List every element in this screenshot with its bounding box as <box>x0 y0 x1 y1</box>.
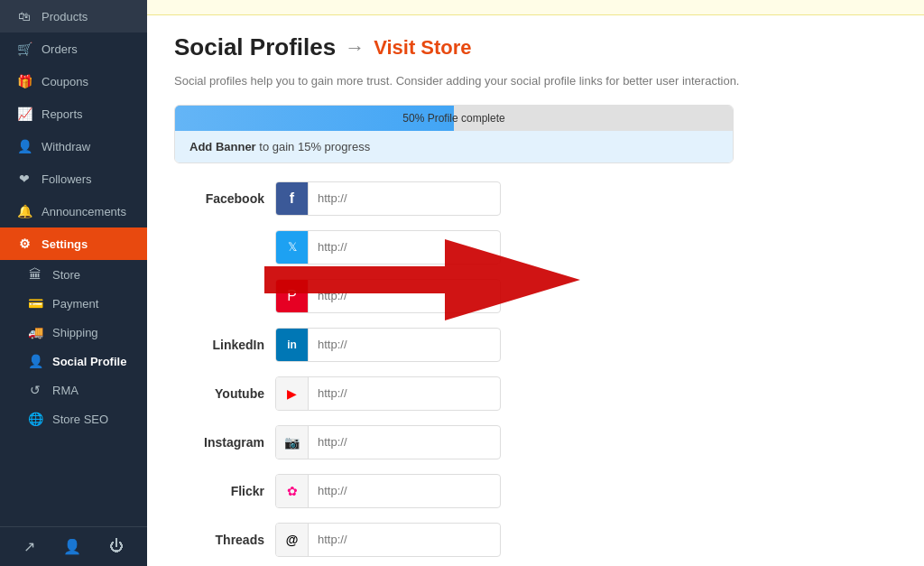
linkedin-icon: in <box>276 329 309 361</box>
top-banner <box>147 0 924 15</box>
sidebar-footer: ↗ 👤 ⏻ <box>0 526 147 566</box>
form-row-youtube: Youtube ▶ <box>174 376 797 411</box>
sidebar-item-orders[interactable]: 🛒 Orders <box>0 32 147 65</box>
form-row-linkedin: LinkedIn in <box>174 328 797 362</box>
orders-icon: 🛒 <box>16 42 32 56</box>
sidebar-sub-item-store[interactable]: 🏛 Store <box>0 260 147 289</box>
header-arrow: → <box>345 36 365 60</box>
flickr-icon: ✿ <box>276 475 309 507</box>
progress-section: 50% Profile complete Add Banner to gain … <box>174 105 734 163</box>
power-icon[interactable]: ⏻ <box>109 538 124 555</box>
sidebar-label-announcements: Announcements <box>42 205 126 218</box>
sidebar-item-settings[interactable]: ⚙ Settings <box>0 227 147 260</box>
sidebar-sub-label-store: Store <box>52 268 80 282</box>
sidebar-sub-label-rma: RMA <box>52 384 79 397</box>
input-wrapper-threads: @ <box>275 523 501 557</box>
pinterest-input[interactable] <box>309 282 500 310</box>
facebook-icon: f <box>276 182 309 215</box>
label-instagram: Instagram <box>174 435 264 450</box>
label-linkedin: LinkedIn <box>174 338 264 352</box>
sidebar-item-followers[interactable]: ❤ Followers <box>0 162 147 195</box>
threads-input[interactable] <box>309 525 500 553</box>
sidebar-label-settings: Settings <box>42 237 88 251</box>
page-header: Social Profiles → Visit Store <box>147 15 924 69</box>
withdraw-icon: 👤 <box>16 139 32 153</box>
sidebar-sub-label-store-seo: Store SEO <box>52 413 108 426</box>
form-row-pinterest: Pinterest P <box>174 279 797 313</box>
input-wrapper-instagram: 📷 <box>275 425 501 459</box>
youtube-input[interactable] <box>309 379 500 407</box>
form-row-facebook: Facebook f <box>174 181 797 216</box>
announcements-icon: 🔔 <box>16 204 32 218</box>
followers-icon: ❤ <box>16 172 32 186</box>
twitter-input[interactable] <box>309 233 500 261</box>
facebook-input[interactable] <box>309 184 500 212</box>
user-footer-icon[interactable]: 👤 <box>63 538 81 555</box>
sidebar-sub-label-shipping: Shipping <box>52 326 98 339</box>
twitter-icon: 𝕏 <box>276 231 309 264</box>
youtube-icon: ▶ <box>276 377 309 410</box>
instagram-icon: 📷 <box>276 426 309 459</box>
reports-icon: 📈 <box>16 107 32 121</box>
sidebar-label-followers: Followers <box>42 172 92 186</box>
form-row-twitter: 𝕏 <box>174 230 797 264</box>
progress-label: 50% Profile complete <box>175 112 733 125</box>
label-threads: Threads <box>174 533 264 547</box>
input-wrapper-youtube: ▶ <box>275 376 501 411</box>
rma-icon: ↺ <box>27 383 43 397</box>
sidebar-item-coupons[interactable]: 🎁 Coupons <box>0 65 147 97</box>
input-wrapper-facebook: f <box>275 181 501 216</box>
sidebar-item-announcements[interactable]: 🔔 Announcements <box>0 195 147 227</box>
sidebar-label-reports: Reports <box>42 107 83 121</box>
label-pinterest: Pinterest <box>174 289 264 303</box>
threads-icon: @ <box>276 524 309 556</box>
progress-hint-normal: to gain 15% progress <box>256 140 370 153</box>
sidebar-sub-label-payment: Payment <box>52 297 98 311</box>
label-youtube: Youtube <box>174 386 264 401</box>
form-section: Facebook f 𝕏 Pinterest P LinkedIn <box>147 163 824 567</box>
sidebar-label-coupons: Coupons <box>42 75 88 88</box>
progress-hint: Add Banner to gain 15% progress <box>175 131 733 162</box>
input-wrapper-twitter: 𝕏 <box>275 230 501 264</box>
input-wrapper-linkedin: in <box>275 328 501 362</box>
sidebar-sub-item-shipping[interactable]: 🚚 Shipping <box>0 318 147 347</box>
linkedin-input[interactable] <box>309 330 500 358</box>
sidebar-sub-label-social-profile: Social Profile <box>52 355 126 368</box>
sidebar-item-products[interactable]: 🛍 Products <box>0 0 147 32</box>
input-wrapper-pinterest: P <box>275 279 501 313</box>
coupons-icon: 🎁 <box>16 74 32 88</box>
social-profile-icon: 👤 <box>27 354 43 368</box>
sidebar-label-withdraw: Withdraw <box>42 140 90 153</box>
sidebar-item-withdraw[interactable]: 👤 Withdraw <box>0 130 147 162</box>
flickr-input[interactable] <box>309 477 500 505</box>
form-row-threads: Threads @ <box>174 523 797 557</box>
progress-hint-bold: Add Banner <box>189 140 256 153</box>
shipping-icon: 🚚 <box>27 325 43 339</box>
store-icon: 🏛 <box>27 267 43 282</box>
pinterest-icon: P <box>276 280 309 312</box>
sidebar-sub-item-rma[interactable]: ↺ RMA <box>0 376 147 404</box>
page-title: Social Profiles <box>174 33 336 61</box>
instagram-input[interactable] <box>309 428 500 456</box>
page-description: Social profiles help you to gain more tr… <box>147 69 779 105</box>
settings-icon: ⚙ <box>16 237 32 251</box>
store-seo-icon: 🌐 <box>27 412 43 426</box>
label-flickr: Flickr <box>174 484 264 498</box>
form-row-flickr: Flickr ✿ <box>174 474 797 508</box>
sidebar-sub-item-payment[interactable]: 💳 Payment <box>0 289 147 318</box>
sidebar-label-orders: Orders <box>42 42 78 56</box>
label-facebook: Facebook <box>174 191 264 206</box>
sidebar: 🛍 Products 🛒 Orders 🎁 Coupons 📈 Reports … <box>0 0 147 566</box>
visit-store-link[interactable]: Visit Store <box>374 36 471 60</box>
sidebar-sub-item-store-seo[interactable]: 🌐 Store SEO <box>0 404 147 433</box>
payment-icon: 💳 <box>27 296 43 311</box>
external-link-icon[interactable]: ↗ <box>23 538 35 555</box>
main-content: Social Profiles → Visit Store Social pro… <box>147 0 924 566</box>
input-wrapper-flickr: ✿ <box>275 474 501 508</box>
products-icon: 🛍 <box>16 9 32 23</box>
sidebar-item-reports[interactable]: 📈 Reports <box>0 97 147 130</box>
progress-bar-container: 50% Profile complete <box>175 106 733 131</box>
sidebar-label-products: Products <box>42 10 88 23</box>
form-row-instagram: Instagram 📷 <box>174 425 797 459</box>
sidebar-sub-item-social-profile[interactable]: 👤 Social Profile <box>0 347 147 376</box>
